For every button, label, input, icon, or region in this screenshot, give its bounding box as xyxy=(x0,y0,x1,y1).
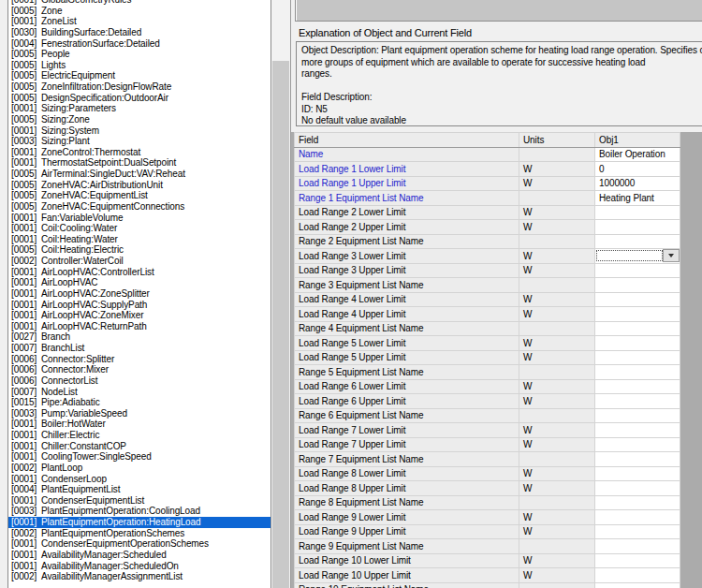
value-cell[interactable] xyxy=(595,452,680,467)
combobox-dropdown-button[interactable] xyxy=(663,249,680,262)
value-cell[interactable] xyxy=(595,379,680,394)
value-cell[interactable] xyxy=(595,437,680,452)
field-name-cell[interactable]: Load Range 4 Lower Limit xyxy=(295,292,519,307)
value-cell[interactable]: Boiler Operation xyxy=(595,147,680,162)
class-list-item[interactable]: [0002]PlantEquipmentOperationSchemes xyxy=(8,528,271,539)
class-list-item[interactable]: [0001]Coil:Cooling:Water xyxy=(8,223,271,234)
class-list-item[interactable]: [0001]Sizing:Parameters xyxy=(8,103,271,114)
class-list-item[interactable]: [0001]Sizing:System xyxy=(8,125,271,137)
field-name-cell[interactable]: Range 1 Equipment List Name xyxy=(295,191,519,206)
class-list-item[interactable]: [0001]Fan:VariableVolume xyxy=(8,213,271,224)
class-list-scrollbar[interactable] xyxy=(271,0,290,588)
field-name-cell[interactable]: Load Range 9 Lower Limit xyxy=(295,510,519,525)
field-name-cell[interactable]: Load Range 10 Upper Limit xyxy=(295,568,519,583)
field-name-cell[interactable]: Load Range 1 Upper Limit xyxy=(295,176,519,191)
field-name-cell[interactable]: Load Range 8 Lower Limit xyxy=(295,466,519,481)
class-list-item[interactable]: [0005]ElectricEquipment xyxy=(8,70,271,81)
class-list-item[interactable]: [0001]AvailabilityManager:Scheduled xyxy=(8,550,271,561)
value-cell[interactable] xyxy=(595,234,680,249)
class-list-item[interactable]: [0001]AirLoopHVAC:SupplyPath xyxy=(8,300,271,311)
value-cell[interactable] xyxy=(595,394,680,409)
value-cell[interactable] xyxy=(595,408,680,423)
value-cell[interactable] xyxy=(595,466,680,481)
class-list-item[interactable]: [0005]Zone xyxy=(8,6,271,17)
class-list-item[interactable]: [0001]Chiller:ConstantCOP xyxy=(8,441,271,452)
class-list-item[interactable]: [0005]DesignSpecification:OutdoorAir xyxy=(8,93,271,104)
class-list-item[interactable]: [0006]Connector:Mixer xyxy=(8,364,271,375)
class-list-item[interactable]: [0004]PlantEquipmentList xyxy=(8,484,271,495)
value-cell[interactable] xyxy=(595,278,680,293)
combobox-text[interactable] xyxy=(596,250,663,261)
value-cell[interactable] xyxy=(595,495,680,510)
value-cell[interactable]: 1000000 xyxy=(595,176,680,191)
field-name-cell[interactable]: Load Range 2 Upper Limit xyxy=(295,220,519,235)
class-list-item[interactable]: [0005]ZoneInfiltration:DesignFlowRate xyxy=(8,81,271,93)
field-name-cell[interactable]: Range 7 Equipment List Name xyxy=(295,452,519,467)
value-cell[interactable] xyxy=(595,220,680,235)
value-cell[interactable] xyxy=(595,524,680,539)
class-list-item[interactable]: [0001]AirLoopHVAC:ZoneSplitter xyxy=(8,288,271,300)
class-list[interactable]: [0001]GlobalGeometryRules[0005]Zone[0001… xyxy=(7,0,271,588)
class-list-item[interactable]: [0007]BranchList xyxy=(8,343,271,354)
class-list-item[interactable]: [0003]Sizing:Plant xyxy=(8,136,271,147)
field-name-cell[interactable]: Load Range 5 Upper Limit xyxy=(295,350,519,365)
class-list-item[interactable]: [0030]BuildingSurface:Detailed xyxy=(8,27,271,38)
value-cell[interactable] xyxy=(595,336,680,351)
class-list-item[interactable]: [0004]FenestrationSurface:Detailed xyxy=(8,38,271,50)
field-name-cell[interactable]: Range 5 Equipment List Name xyxy=(295,365,519,380)
value-cell[interactable] xyxy=(595,481,680,496)
class-list-item[interactable]: [0007]NodeList xyxy=(8,387,271,398)
class-list-item[interactable]: [0001]Coil:Heating:Water xyxy=(8,234,271,245)
class-list-item[interactable]: [0001]CondenserEquipmentList xyxy=(8,495,271,507)
value-cell[interactable] xyxy=(595,365,680,380)
class-list-item[interactable]: [0005]ZoneHVAC:AirDistributionUnit xyxy=(8,180,271,191)
field-grid[interactable]: FieldUnitsObj1 NameBoiler OperationLoad … xyxy=(294,132,680,588)
field-name-cell[interactable]: Load Range 3 Upper Limit xyxy=(295,263,519,278)
field-name-cell[interactable]: Range 6 Equipment List Name xyxy=(295,408,519,423)
value-cell[interactable] xyxy=(595,539,680,554)
value-cell[interactable] xyxy=(595,249,680,264)
class-list-item[interactable]: [0005]ZoneHVAC:EquipmentConnections xyxy=(8,201,271,213)
class-list-item[interactable]: [0002]PlantLoop xyxy=(8,463,271,474)
value-combobox[interactable] xyxy=(595,249,680,262)
class-list-item[interactable]: [0001]ZoneControl:Thermostat xyxy=(8,147,271,158)
class-list-item[interactable]: [0002]AvailabilityManagerAssignmentList xyxy=(8,571,271,582)
class-list-item[interactable]: [0003]Pump:VariableSpeed xyxy=(8,408,271,419)
value-cell[interactable] xyxy=(595,510,680,525)
class-list-item[interactable]: [0001]ThermostatSetpoint:DualSetpoint xyxy=(8,157,271,169)
class-list-item[interactable]: [0001]AirLoopHVAC xyxy=(8,277,271,288)
field-name-cell[interactable]: Load Range 7 Upper Limit xyxy=(295,437,519,452)
class-list-item[interactable]: [0005]Coil:Heating:Electric xyxy=(8,244,271,256)
field-name-cell[interactable]: Load Range 7 Lower Limit xyxy=(295,423,519,438)
class-list-item[interactable]: [0005]Lights xyxy=(8,60,271,71)
class-list-item[interactable]: [0001]CondenserEquipmentOperationSchemes xyxy=(8,538,271,550)
field-name-cell[interactable]: Name xyxy=(295,147,519,162)
field-name-cell[interactable]: Load Range 9 Upper Limit xyxy=(295,524,519,539)
class-list-item[interactable]: [0001]AirLoopHVAC:ZoneMixer xyxy=(8,310,271,321)
field-name-cell[interactable]: Load Range 2 Lower Limit xyxy=(295,205,519,220)
class-list-item[interactable]: [0001]AirLoopHVAC:ControllerList xyxy=(8,267,271,278)
value-cell[interactable] xyxy=(595,350,680,365)
class-list-item[interactable]: [0003]PlantEquipmentOperation:CoolingLoa… xyxy=(8,506,271,517)
class-list-item[interactable]: [0027]Branch xyxy=(8,331,271,343)
class-list-item[interactable]: [0005]ZoneHVAC:EquipmentList xyxy=(8,190,271,201)
class-list-item[interactable]: [0001]AirLoopHVAC:ReturnPath xyxy=(8,321,271,332)
field-name-cell[interactable]: Load Range 8 Upper Limit xyxy=(295,481,519,496)
class-list-item[interactable]: [0005]Sizing:Zone xyxy=(8,114,271,125)
value-cell[interactable] xyxy=(595,423,680,438)
value-cell[interactable] xyxy=(595,553,680,568)
value-cell[interactable] xyxy=(595,205,680,220)
class-list-item[interactable]: [0001]Boiler:HotWater xyxy=(8,419,271,430)
field-name-cell[interactable]: Load Range 10 Lower Limit xyxy=(295,553,519,568)
field-name-cell[interactable]: Load Range 1 Lower Limit xyxy=(295,162,519,177)
field-name-cell[interactable]: Load Range 4 Upper Limit xyxy=(295,307,519,322)
value-cell[interactable] xyxy=(595,292,680,307)
field-name-cell[interactable]: Range 4 Equipment List Name xyxy=(295,321,519,336)
value-cell[interactable] xyxy=(595,568,680,583)
class-list-item[interactable]: [0001]Chiller:Electric xyxy=(8,430,271,441)
field-name-cell[interactable]: Range 8 Equipment List Name xyxy=(295,495,519,510)
class-list-item[interactable]: [0006]ConnectorList xyxy=(8,375,271,387)
class-list-item[interactable]: [0015]Pipe:Adiabatic xyxy=(8,397,271,408)
value-cell[interactable] xyxy=(595,307,680,322)
value-cell[interactable]: 0 xyxy=(595,162,680,177)
